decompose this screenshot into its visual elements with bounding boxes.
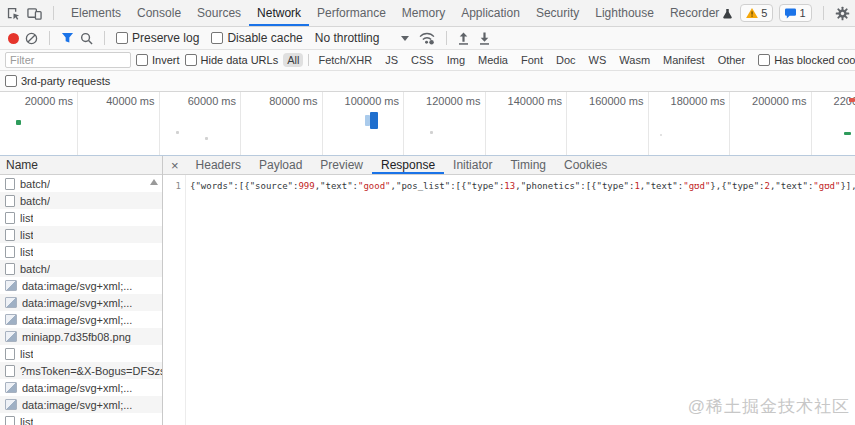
request-row[interactable]: batch/ bbox=[0, 260, 162, 277]
request-row[interactable]: data:image/svg+xml;... bbox=[0, 294, 162, 311]
name-column-header[interactable]: Name bbox=[0, 156, 162, 175]
request-row[interactable]: data:image/svg+xml;... bbox=[0, 396, 162, 413]
timeline-tick-label: 180000 ms bbox=[671, 95, 725, 107]
devtools-tab-bar: ElementsConsoleSourcesNetworkPerformance… bbox=[0, 0, 855, 27]
chip-ws[interactable]: WS bbox=[585, 53, 611, 67]
record-network-log-button[interactable] bbox=[8, 33, 19, 44]
inspect-element-icon[interactable] bbox=[6, 6, 21, 21]
document-icon bbox=[5, 178, 15, 190]
request-row[interactable]: batch/ bbox=[0, 192, 162, 209]
tab-application[interactable]: Application bbox=[453, 0, 528, 26]
invert-checkbox[interactable]: Invert bbox=[136, 54, 180, 66]
json-token: "words" bbox=[195, 181, 233, 191]
tab-label: Performance bbox=[317, 6, 386, 20]
detail-tab-response[interactable]: Response bbox=[372, 156, 444, 174]
document-icon bbox=[5, 246, 15, 258]
request-row[interactable]: list bbox=[0, 226, 162, 243]
network-conditions-icon[interactable] bbox=[419, 32, 435, 45]
tab-label: Application bbox=[461, 6, 520, 20]
timeline-cell: 100000 ms bbox=[321, 92, 404, 155]
divider bbox=[308, 54, 309, 66]
chip-all[interactable]: All bbox=[283, 53, 303, 67]
tab-sources[interactable]: Sources bbox=[189, 0, 249, 26]
third-party-requests-checkbox[interactable]: 3rd-party requests bbox=[5, 75, 110, 87]
tab-recorder[interactable]: Recorder bbox=[662, 0, 740, 26]
disable-cache-checkbox[interactable]: Disable cache bbox=[211, 31, 302, 45]
json-token: "source" bbox=[250, 181, 293, 191]
request-row[interactable]: list bbox=[0, 209, 162, 226]
import-har-icon[interactable] bbox=[458, 32, 469, 45]
request-row[interactable]: ?msToken=&X-Bogus=DFSzs. bbox=[0, 362, 162, 379]
devtools-window: ElementsConsoleSourcesNetworkPerformance… bbox=[0, 0, 855, 425]
chip-media[interactable]: Media bbox=[474, 53, 512, 67]
timeline-overview[interactable]: 20000 ms40000 ms60000 ms80000 ms100000 m… bbox=[0, 92, 855, 156]
tab-network[interactable]: Network bbox=[249, 0, 309, 26]
throttling-select[interactable]: No throttling bbox=[315, 31, 410, 45]
checkbox bbox=[758, 54, 770, 66]
has-blocked-cookies-checkbox[interactable]: Has blocked cookies bbox=[758, 54, 855, 66]
detail-tab-timing[interactable]: Timing bbox=[501, 156, 555, 174]
close-detail-icon[interactable] bbox=[163, 156, 187, 174]
request-name: data:image/svg+xml;... bbox=[22, 280, 132, 292]
request-row[interactable]: list bbox=[0, 345, 162, 362]
request-row[interactable]: miniapp.7d35fb08.png bbox=[0, 328, 162, 345]
device-toolbar-icon[interactable] bbox=[27, 6, 42, 21]
request-timeline-mark bbox=[660, 134, 662, 136]
request-timeline-mark bbox=[370, 112, 378, 129]
chip-img[interactable]: Img bbox=[443, 53, 469, 67]
settings-gear-icon[interactable] bbox=[835, 6, 850, 21]
detail-tab-preview[interactable]: Preview bbox=[311, 156, 372, 174]
chip-doc[interactable]: Doc bbox=[552, 53, 580, 67]
filter-funnel-icon[interactable] bbox=[61, 32, 74, 44]
json-token: "text" bbox=[320, 181, 353, 191]
hide-data-urls-checkbox[interactable]: Hide data URLs bbox=[185, 54, 279, 66]
timeline-tick-label: 160000 ms bbox=[589, 95, 643, 107]
chip-fetch-xhr[interactable]: Fetch/XHR bbox=[314, 53, 376, 67]
json-token: :[{ bbox=[233, 181, 249, 191]
tab-performance[interactable]: Performance bbox=[309, 0, 394, 26]
export-har-icon[interactable] bbox=[479, 32, 490, 45]
issues-count: 1 bbox=[799, 7, 805, 19]
request-timeline-mark bbox=[176, 131, 179, 134]
chip-css[interactable]: CSS bbox=[407, 53, 438, 67]
clear-network-log-icon[interactable] bbox=[25, 32, 38, 45]
scroll-up-arrow-icon[interactable] bbox=[150, 179, 158, 185]
request-row[interactable]: list bbox=[0, 243, 162, 260]
document-icon bbox=[5, 212, 15, 224]
chip-js[interactable]: JS bbox=[381, 53, 402, 67]
request-row[interactable]: data:image/svg+xml;... bbox=[0, 277, 162, 294]
request-name: list bbox=[20, 416, 33, 425]
request-row[interactable]: batch/ bbox=[0, 175, 162, 192]
detail-tab-cookies[interactable]: Cookies bbox=[555, 156, 616, 174]
filter-input[interactable] bbox=[5, 52, 131, 68]
preserve-log-checkbox[interactable]: Preserve log bbox=[116, 31, 199, 45]
tab-label: Elements bbox=[71, 6, 121, 20]
request-row[interactable]: data:image/svg+xml;... bbox=[0, 311, 162, 328]
detail-tab-initiator[interactable]: Initiator bbox=[444, 156, 501, 174]
tab-console[interactable]: Console bbox=[129, 0, 189, 26]
image-icon bbox=[5, 314, 17, 325]
chip-manifest[interactable]: Manifest bbox=[659, 53, 709, 67]
search-icon[interactable] bbox=[80, 32, 93, 45]
chip-font[interactable]: Font bbox=[517, 53, 547, 67]
detail-tab-strip: HeadersPayloadPreviewResponseInitiatorTi… bbox=[187, 156, 617, 174]
chip-wasm[interactable]: Wasm bbox=[615, 53, 654, 67]
tab-security[interactable]: Security bbox=[528, 0, 587, 26]
request-row[interactable]: list bbox=[0, 413, 162, 425]
line-number: 1 bbox=[163, 175, 186, 425]
tab-memory[interactable]: Memory bbox=[394, 0, 453, 26]
detail-tab-bar: HeadersPayloadPreviewResponseInitiatorTi… bbox=[163, 156, 855, 175]
detail-tab-headers[interactable]: Headers bbox=[187, 156, 250, 174]
document-icon bbox=[5, 229, 15, 241]
chip-other[interactable]: Other bbox=[714, 53, 750, 67]
detail-tab-payload[interactable]: Payload bbox=[250, 156, 311, 174]
chevron-down-icon bbox=[401, 36, 409, 41]
response-viewer[interactable]: 1 {"words":[{"source":999,"text":"good",… bbox=[163, 175, 855, 425]
tab-lighthouse[interactable]: Lighthouse bbox=[587, 0, 662, 26]
timeline-cell: 40000 ms bbox=[77, 92, 160, 155]
warnings-badge[interactable]: 5 bbox=[740, 4, 773, 22]
request-name: ?msToken=&X-Bogus=DFSzs. bbox=[20, 365, 162, 377]
request-row[interactable]: data:image/svg+xml;... bbox=[0, 379, 162, 396]
issues-badge[interactable]: 1 bbox=[779, 4, 811, 22]
tab-elements[interactable]: Elements bbox=[63, 0, 129, 26]
